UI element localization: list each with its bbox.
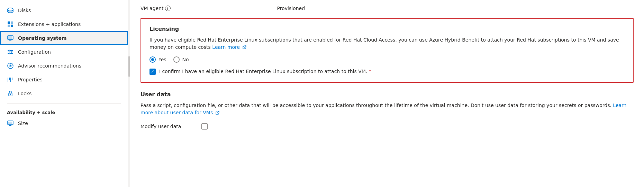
svg-rect-25 [10,78,11,82]
sidebar-item-label: Properties [18,77,43,82]
vm-agent-info-icon[interactable]: i [165,6,171,11]
radio-yes[interactable]: Yes [149,56,166,63]
confirm-checkbox-label: I confirm I have an eligible Red Hat Ent… [159,68,371,75]
confirm-checkbox[interactable]: ✓ [149,69,156,75]
sidebar-divider [7,103,121,104]
svg-point-1 [8,10,13,13]
modify-user-data-label: Modify user data [140,124,196,129]
external-link-icon [242,45,246,50]
sidebar-item-configuration[interactable]: Configuration [0,45,128,59]
sidebar: Disks Extensions + applications Operatin… [0,0,128,187]
sidebar-item-label: Configuration [18,49,51,55]
svg-rect-8 [9,40,11,41]
availability-section-header: Availability + scale [0,106,128,116]
sidebar-item-locks[interactable]: Locks [0,87,128,100]
modify-user-data-checkbox[interactable] [201,123,208,130]
sidebar-item-size[interactable]: Size [0,116,128,130]
sidebar-item-extensions[interactable]: Extensions + applications [0,17,128,31]
checkbox-checkmark: ✓ [151,70,154,74]
svg-rect-10 [8,50,13,51]
properties-icon [7,76,14,83]
svg-point-28 [10,94,11,95]
sidebar-item-properties[interactable]: Properties [0,73,128,87]
licensing-title: Licensing [149,26,625,32]
size-icon [7,120,14,127]
user-data-description: Pass a script, configuration file, or ot… [140,102,634,116]
disks-icon [7,7,14,14]
sidebar-item-label: Extensions + applications [18,21,81,27]
vm-agent-label: VM agent i [140,6,171,11]
svg-rect-15 [9,53,10,54]
svg-rect-31 [9,125,11,126]
user-data-external-link-icon [215,111,219,115]
sidebar-item-disks[interactable]: Disks [0,3,128,17]
radio-yes-circle [149,56,156,63]
modify-user-data-row: Modify user data [140,123,634,130]
sidebar-item-label: Advisor recommendations [18,63,81,69]
sidebar-item-operating-system[interactable]: Operating system [0,31,128,45]
advisor-icon [7,62,14,69]
radio-yes-label: Yes [158,57,166,62]
licensing-box: Licensing If you have eligible Red Hat E… [140,18,634,83]
svg-rect-7 [8,36,12,39]
vm-agent-row: VM agent i Provisioned [140,6,634,11]
svg-rect-2 [8,21,10,24]
svg-rect-24 [9,78,10,80]
svg-rect-26 [12,78,12,80]
svg-rect-13 [9,50,10,51]
svg-rect-9 [9,39,12,40]
sidebar-item-label: Operating system [18,35,67,41]
extensions-icon [7,21,14,28]
os-icon [7,35,14,42]
locks-icon [7,90,14,97]
radio-no[interactable]: No [173,56,189,63]
sidebar-item-advisor-recommendations[interactable]: Advisor recommendations [0,59,128,73]
scrollbar[interactable] [128,0,130,187]
licensing-description: If you have eligible Red Hat Enterprise … [149,36,625,51]
licensing-learn-more-link[interactable]: Learn more [212,44,246,50]
config-icon [7,48,14,55]
svg-point-18 [10,65,11,66]
radio-group: Yes No [149,56,625,63]
sidebar-item-label: Size [18,121,28,126]
sidebar-item-label: Locks [18,91,31,96]
confirm-checkbox-row: ✓ I confirm I have an eligible Red Hat E… [149,68,625,75]
svg-rect-5 [11,25,13,27]
svg-rect-23 [8,78,8,82]
required-star: * [369,69,371,74]
svg-rect-4 [8,25,10,27]
user-data-section: User data Pass a script, configuration f… [140,91,634,130]
user-data-title: User data [140,91,634,98]
svg-rect-30 [8,122,12,124]
sidebar-item-label: Disks [18,8,31,13]
radio-no-label: No [182,57,189,62]
svg-rect-3 [11,21,13,24]
radio-no-circle [173,56,180,63]
svg-rect-14 [11,51,12,53]
vm-agent-value: Provisioned [277,6,305,11]
main-content: VM agent i Provisioned Licensing If you … [130,0,644,187]
